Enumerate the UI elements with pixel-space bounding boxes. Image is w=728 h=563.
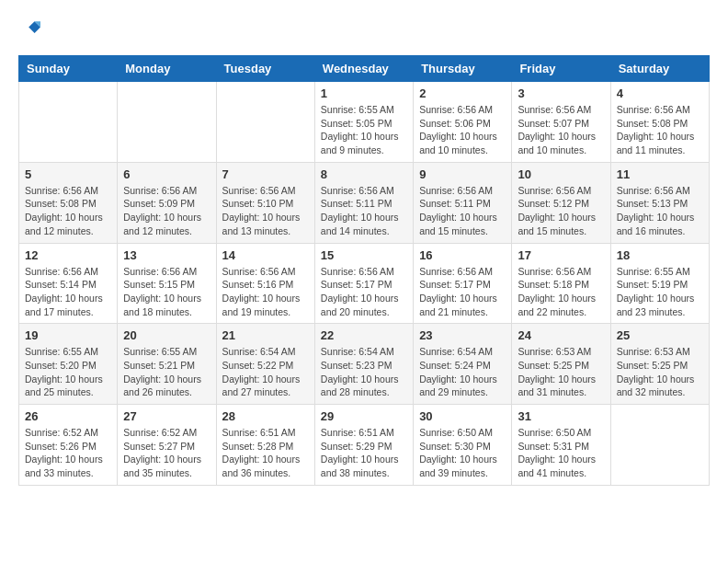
calendar-cell: 13Sunrise: 6:56 AM Sunset: 5:15 PM Dayli… (118, 243, 216, 324)
day-info: Sunrise: 6:56 AM Sunset: 5:18 PM Dayligh… (518, 265, 604, 319)
calendar-cell: 7Sunrise: 6:56 AM Sunset: 5:10 PM Daylig… (216, 162, 314, 243)
calendar-cell: 18Sunrise: 6:55 AM Sunset: 5:19 PM Dayli… (610, 243, 709, 324)
day-info: Sunrise: 6:51 AM Sunset: 5:29 PM Dayligh… (321, 426, 407, 480)
day-info: Sunrise: 6:50 AM Sunset: 5:30 PM Dayligh… (419, 426, 506, 480)
calendar-cell: 23Sunrise: 6:54 AM Sunset: 5:24 PM Dayli… (414, 324, 512, 405)
day-number: 29 (321, 409, 407, 423)
day-info: Sunrise: 6:53 AM Sunset: 5:25 PM Dayligh… (518, 345, 604, 399)
calendar-cell: 27Sunrise: 6:52 AM Sunset: 5:27 PM Dayli… (118, 405, 216, 486)
calendar-cell: 19Sunrise: 6:55 AM Sunset: 5:20 PM Dayli… (19, 324, 118, 405)
calendar-cell: 26Sunrise: 6:52 AM Sunset: 5:26 PM Dayli… (19, 405, 118, 486)
day-number: 25 (617, 328, 703, 342)
calendar-cell (118, 82, 216, 163)
calendar-cell: 12Sunrise: 6:56 AM Sunset: 5:14 PM Dayli… (19, 243, 118, 324)
day-info: Sunrise: 6:55 AM Sunset: 5:20 PM Dayligh… (25, 345, 111, 399)
calendar-cell (19, 82, 118, 163)
day-number: 4 (617, 86, 703, 100)
day-number: 7 (222, 167, 309, 181)
day-info: Sunrise: 6:55 AM Sunset: 5:21 PM Dayligh… (123, 345, 210, 399)
day-info: Sunrise: 6:50 AM Sunset: 5:31 PM Dayligh… (518, 426, 604, 480)
page-header (18, 18, 710, 40)
day-number: 9 (419, 167, 506, 181)
day-info: Sunrise: 6:54 AM Sunset: 5:22 PM Dayligh… (222, 345, 309, 399)
calendar-table: SundayMondayTuesdayWednesdayThursdayFrid… (18, 55, 710, 486)
day-number: 19 (25, 328, 111, 342)
day-number: 11 (617, 167, 703, 181)
day-number: 20 (123, 328, 210, 342)
day-number: 24 (518, 328, 604, 342)
day-number: 8 (321, 167, 407, 181)
day-info: Sunrise: 6:56 AM Sunset: 5:09 PM Dayligh… (123, 184, 210, 238)
calendar-cell (216, 82, 314, 163)
weekday-header-tuesday: Tuesday (216, 56, 314, 82)
day-info: Sunrise: 6:56 AM Sunset: 5:07 PM Dayligh… (518, 103, 604, 157)
day-number: 12 (25, 248, 111, 262)
calendar-cell: 8Sunrise: 6:56 AM Sunset: 5:11 PM Daylig… (314, 162, 413, 243)
day-number: 21 (222, 328, 309, 342)
day-number: 26 (25, 409, 111, 423)
day-info: Sunrise: 6:53 AM Sunset: 5:25 PM Dayligh… (617, 345, 703, 399)
calendar-cell: 11Sunrise: 6:56 AM Sunset: 5:13 PM Dayli… (610, 162, 709, 243)
calendar-cell: 2Sunrise: 6:56 AM Sunset: 5:06 PM Daylig… (414, 82, 512, 163)
day-info: Sunrise: 6:56 AM Sunset: 5:08 PM Dayligh… (25, 184, 111, 238)
day-number: 27 (123, 409, 210, 423)
day-number: 2 (419, 86, 506, 100)
calendar-cell: 25Sunrise: 6:53 AM Sunset: 5:25 PM Dayli… (610, 324, 709, 405)
calendar-week-row: 19Sunrise: 6:55 AM Sunset: 5:20 PM Dayli… (19, 324, 710, 405)
day-number: 10 (518, 167, 604, 181)
calendar-cell (610, 405, 709, 486)
day-number: 16 (419, 248, 506, 262)
calendar-cell: 31Sunrise: 6:50 AM Sunset: 5:31 PM Dayli… (512, 405, 610, 486)
calendar-cell: 9Sunrise: 6:56 AM Sunset: 5:11 PM Daylig… (414, 162, 512, 243)
day-info: Sunrise: 6:51 AM Sunset: 5:28 PM Dayligh… (222, 426, 309, 480)
calendar-cell: 6Sunrise: 6:56 AM Sunset: 5:09 PM Daylig… (118, 162, 216, 243)
calendar-cell: 15Sunrise: 6:56 AM Sunset: 5:17 PM Dayli… (314, 243, 413, 324)
calendar-cell: 10Sunrise: 6:56 AM Sunset: 5:12 PM Dayli… (512, 162, 610, 243)
calendar-week-row: 26Sunrise: 6:52 AM Sunset: 5:26 PM Dayli… (19, 405, 710, 486)
calendar-cell: 24Sunrise: 6:53 AM Sunset: 5:25 PM Dayli… (512, 324, 610, 405)
day-info: Sunrise: 6:54 AM Sunset: 5:23 PM Dayligh… (321, 345, 407, 399)
logo (18, 18, 44, 40)
weekday-header-sunday: Sunday (19, 56, 118, 82)
day-info: Sunrise: 6:55 AM Sunset: 5:19 PM Dayligh… (617, 265, 703, 319)
day-number: 1 (321, 86, 407, 100)
calendar-week-row: 12Sunrise: 6:56 AM Sunset: 5:14 PM Dayli… (19, 243, 710, 324)
day-info: Sunrise: 6:56 AM Sunset: 5:06 PM Dayligh… (419, 103, 506, 157)
day-number: 30 (419, 409, 506, 423)
calendar-cell: 5Sunrise: 6:56 AM Sunset: 5:08 PM Daylig… (19, 162, 118, 243)
calendar-cell: 21Sunrise: 6:54 AM Sunset: 5:22 PM Dayli… (216, 324, 314, 405)
day-number: 22 (321, 328, 407, 342)
calendar-cell: 22Sunrise: 6:54 AM Sunset: 5:23 PM Dayli… (314, 324, 413, 405)
day-info: Sunrise: 6:56 AM Sunset: 5:15 PM Dayligh… (123, 265, 210, 319)
day-info: Sunrise: 6:56 AM Sunset: 5:10 PM Dayligh… (222, 184, 309, 238)
day-number: 28 (222, 409, 309, 423)
logo-icon (18, 18, 40, 40)
day-info: Sunrise: 6:56 AM Sunset: 5:16 PM Dayligh… (222, 265, 309, 319)
day-info: Sunrise: 6:56 AM Sunset: 5:11 PM Dayligh… (321, 184, 407, 238)
day-number: 31 (518, 409, 604, 423)
weekday-header-monday: Monday (118, 56, 216, 82)
day-info: Sunrise: 6:55 AM Sunset: 5:05 PM Dayligh… (321, 103, 407, 157)
day-info: Sunrise: 6:56 AM Sunset: 5:13 PM Dayligh… (617, 184, 703, 238)
day-info: Sunrise: 6:56 AM Sunset: 5:08 PM Dayligh… (617, 103, 703, 157)
calendar-cell: 30Sunrise: 6:50 AM Sunset: 5:30 PM Dayli… (414, 405, 512, 486)
calendar-cell: 16Sunrise: 6:56 AM Sunset: 5:17 PM Dayli… (414, 243, 512, 324)
weekday-header-thursday: Thursday (414, 56, 512, 82)
day-number: 23 (419, 328, 506, 342)
day-number: 3 (518, 86, 604, 100)
day-info: Sunrise: 6:56 AM Sunset: 5:12 PM Dayligh… (518, 184, 604, 238)
day-info: Sunrise: 6:56 AM Sunset: 5:11 PM Dayligh… (419, 184, 506, 238)
weekday-header-saturday: Saturday (610, 56, 709, 82)
day-info: Sunrise: 6:56 AM Sunset: 5:14 PM Dayligh… (25, 265, 111, 319)
calendar-cell: 17Sunrise: 6:56 AM Sunset: 5:18 PM Dayli… (512, 243, 610, 324)
calendar-cell: 1Sunrise: 6:55 AM Sunset: 5:05 PM Daylig… (314, 82, 413, 163)
weekday-header-wednesday: Wednesday (314, 56, 413, 82)
day-number: 14 (222, 248, 309, 262)
day-number: 15 (321, 248, 407, 262)
day-number: 13 (123, 248, 210, 262)
calendar-cell: 20Sunrise: 6:55 AM Sunset: 5:21 PM Dayli… (118, 324, 216, 405)
day-number: 5 (25, 167, 111, 181)
day-number: 17 (518, 248, 604, 262)
calendar-week-row: 5Sunrise: 6:56 AM Sunset: 5:08 PM Daylig… (19, 162, 710, 243)
day-info: Sunrise: 6:56 AM Sunset: 5:17 PM Dayligh… (321, 265, 407, 319)
